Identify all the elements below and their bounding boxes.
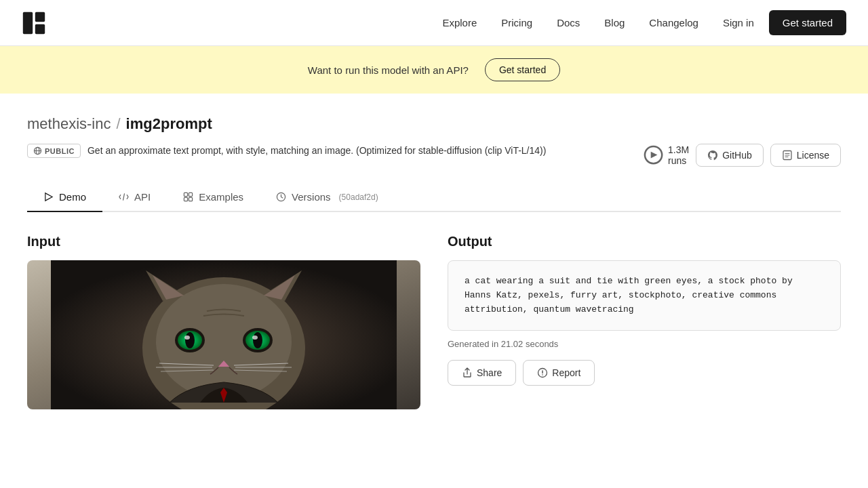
output-title: Output [448, 234, 841, 249]
output-actions: Share Report [448, 360, 841, 386]
nav-blog[interactable]: Blog [595, 12, 634, 34]
visibility-label: PUBLIC [45, 147, 75, 155]
generated-time: Generated in 21.02 seconds [448, 339, 841, 349]
logo-icon [22, 11, 46, 35]
github-button[interactable]: GitHub [696, 144, 764, 167]
svg-rect-2 [35, 24, 45, 33]
svg-point-25 [185, 332, 195, 348]
model-owner-link[interactable]: methexis-inc [27, 115, 111, 133]
nav-docs[interactable]: Docs [547, 12, 589, 34]
tab-versions-badge: (50adaf2d) [339, 192, 378, 202]
nav-explore[interactable]: Explore [433, 12, 486, 34]
model-actions: 1.3M runs GitHub License [643, 144, 841, 167]
runs-count: 1.3M runs [643, 144, 689, 166]
svg-rect-12 [189, 197, 193, 201]
io-section: Input [27, 234, 841, 409]
share-button[interactable]: Share [448, 360, 516, 386]
model-tabs: Demo API Examples Versions (50adaf2d) [27, 183, 841, 212]
svg-point-26 [253, 332, 262, 348]
breadcrumb: methexis-inc / img2prompt [27, 115, 841, 133]
model-info: PUBLIC Get an approximate text prompt, w… [27, 144, 546, 158]
versions-icon [276, 192, 286, 202]
tab-versions[interactable]: Versions (50adaf2d) [260, 183, 395, 212]
svg-rect-10 [189, 192, 193, 196]
report-label: Report [552, 367, 580, 378]
report-button[interactable]: Report [523, 360, 595, 386]
examples-icon [183, 192, 193, 202]
breadcrumb-separator: / [116, 115, 120, 133]
share-icon [462, 367, 473, 378]
model-meta: PUBLIC Get an approximate text prompt, w… [27, 144, 841, 167]
tab-api[interactable]: API [102, 183, 167, 212]
play-icon [43, 192, 54, 202]
github-icon [707, 150, 718, 161]
visibility-badge: PUBLIC [27, 144, 81, 158]
api-banner: Want to run this model with an API? Get … [0, 46, 868, 94]
runs-label: 1.3M runs [668, 144, 689, 166]
svg-rect-11 [184, 197, 188, 201]
output-text: a cat wearing a suit and tie with green … [465, 276, 793, 314]
tab-demo-label: Demo [59, 191, 86, 203]
globe-icon [33, 146, 42, 155]
svg-point-27 [184, 336, 190, 340]
main-content: methexis-inc / img2prompt PUBLIC Get an … [0, 94, 868, 409]
banner-getstarted-button[interactable]: Get started [485, 58, 560, 81]
model-name: img2prompt [126, 115, 212, 133]
nav-pricing[interactable]: Pricing [492, 12, 542, 34]
svg-marker-8 [45, 193, 52, 201]
tab-demo[interactable]: Demo [27, 183, 102, 212]
navbar: Explore Pricing Docs Blog Changelog Sign… [0, 0, 868, 46]
tab-versions-label: Versions [292, 191, 331, 203]
input-image-area [27, 260, 420, 409]
tab-api-label: API [134, 191, 151, 203]
logo[interactable] [22, 11, 46, 35]
tab-examples[interactable]: Examples [167, 183, 260, 212]
model-description: Get an approximate text prompt, with sty… [87, 144, 546, 158]
cat-image [27, 260, 420, 409]
svg-rect-0 [23, 12, 33, 33]
nav-links: Explore Pricing Docs Blog Changelog Sign… [433, 10, 846, 35]
runs-icon [643, 144, 664, 165]
input-title: Input [27, 234, 420, 249]
banner-text: Want to run this model with an API? [308, 64, 469, 76]
svg-rect-9 [184, 192, 188, 196]
license-icon [782, 150, 793, 161]
svg-rect-1 [35, 12, 45, 21]
svg-point-28 [252, 336, 258, 340]
input-section: Input [27, 234, 420, 409]
github-label: GitHub [722, 150, 752, 161]
license-label: License [797, 150, 829, 161]
nav-signin[interactable]: Sign in [713, 12, 764, 34]
nav-getstarted-button[interactable]: Get started [769, 10, 846, 35]
output-text-box: a cat wearing a suit and tie with green … [448, 260, 841, 331]
license-button[interactable]: License [770, 144, 841, 167]
share-label: Share [477, 367, 502, 378]
svg-point-38 [542, 375, 544, 376]
api-icon [119, 192, 129, 202]
model-desc-row: PUBLIC Get an approximate text prompt, w… [27, 144, 546, 158]
report-icon [537, 367, 548, 378]
tab-examples-label: Examples [199, 191, 243, 203]
nav-changelog[interactable]: Changelog [639, 12, 708, 34]
output-section: Output a cat wearing a suit and tie with… [448, 234, 841, 409]
